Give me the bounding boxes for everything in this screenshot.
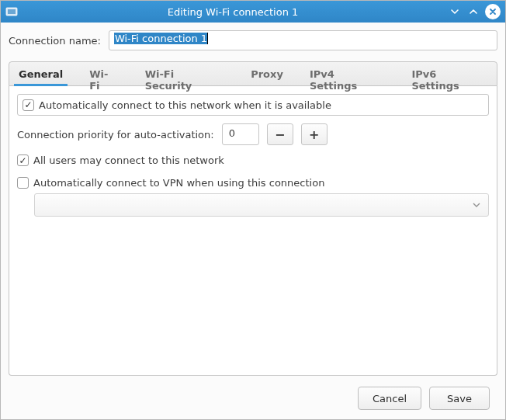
dialog-footer: Cancel Save (9, 376, 497, 419)
auto-vpn-checkbox[interactable] (17, 177, 29, 189)
tabpanel-spacer (17, 224, 489, 367)
app-icon (5, 5, 18, 18)
save-button[interactable]: Save (429, 387, 490, 410)
tab-proxy[interactable]: Proxy (246, 62, 288, 85)
all-users-label: All users may connect to this network (33, 154, 224, 166)
tabpanel-general: Automatically connect to this network wh… (9, 86, 497, 376)
priority-row: Connection priority for auto-activation:… (17, 123, 489, 145)
priority-increment-button[interactable]: + (301, 123, 328, 145)
tabstrip: General Wi-Fi Wi-Fi Security Proxy IPv4 … (9, 61, 497, 86)
window: Editing Wi-Fi connection 1 Connection na… (0, 0, 506, 420)
priority-input[interactable]: 0 (222, 123, 259, 145)
auto-vpn-row: Automatically connect to VPN when using … (17, 175, 489, 190)
plus-icon: + (309, 127, 319, 142)
connection-name-value: Wi-Fi connection 1 (114, 33, 208, 44)
minimize-button[interactable] (448, 5, 462, 19)
svg-rect-1 (8, 9, 16, 14)
auto-connect-row: Automatically connect to this network wh… (17, 94, 489, 116)
tab-ipv6-settings[interactable]: IPv6 Settings (407, 62, 492, 85)
auto-vpn-section: Automatically connect to VPN when using … (17, 175, 489, 217)
maximize-button[interactable] (466, 5, 480, 19)
priority-value: 0 (229, 127, 235, 139)
titlebar: Editing Wi-Fi connection 1 (1, 1, 505, 23)
cancel-button[interactable]: Cancel (358, 387, 421, 410)
auto-connect-label: Automatically connect to this network wh… (39, 99, 331, 111)
auto-connect-checkbox[interactable] (23, 99, 34, 111)
dialog-body: Connection name: Wi-Fi connection 1 Gene… (1, 23, 505, 419)
window-title: Editing Wi-Fi connection 1 (23, 6, 443, 18)
tab-wifi-security[interactable]: Wi-Fi Security (140, 62, 230, 85)
priority-label: Connection priority for auto-activation: (17, 129, 214, 141)
connection-name-row: Connection name: Wi-Fi connection 1 (9, 30, 497, 50)
all-users-row: All users may connect to this network (17, 153, 489, 168)
vpn-combo[interactable] (34, 193, 489, 217)
connection-name-label: Connection name: (9, 35, 101, 47)
connection-name-input[interactable]: Wi-Fi connection 1 (109, 30, 497, 50)
minus-icon: − (275, 127, 285, 142)
all-users-checkbox[interactable] (17, 154, 29, 166)
tab-wifi[interactable]: Wi-Fi (85, 62, 123, 85)
tab-general[interactable]: General (14, 62, 68, 85)
priority-decrement-button[interactable]: − (267, 123, 293, 145)
chevron-down-icon (473, 200, 480, 211)
tab-ipv4-settings[interactable]: IPv4 Settings (305, 62, 390, 85)
auto-vpn-label: Automatically connect to VPN when using … (33, 177, 324, 189)
close-button[interactable] (485, 4, 501, 19)
